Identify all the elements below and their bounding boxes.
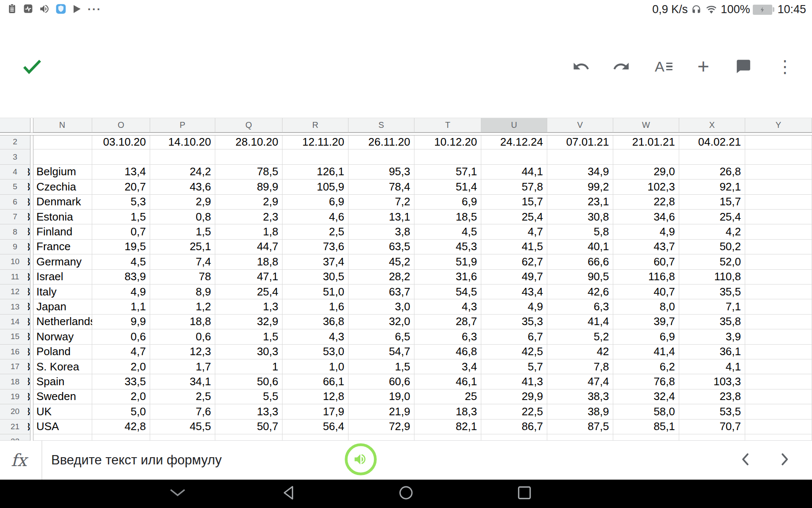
cell[interactable]: Denmark <box>33 195 92 210</box>
cell[interactable]: 50,6 <box>215 374 283 389</box>
cell[interactable]: 1,6 <box>283 299 348 314</box>
column-header-O[interactable]: O <box>92 118 150 133</box>
cell[interactable]: 30,3 <box>215 345 283 359</box>
cell[interactable]: 70,7 <box>679 420 745 434</box>
cell[interactable] <box>215 434 283 441</box>
cell[interactable]: 51,4 <box>414 179 481 194</box>
back-icon[interactable] <box>282 485 295 502</box>
cell[interactable] <box>92 434 150 441</box>
cell[interactable]: 4,5 <box>414 224 481 239</box>
cell[interactable] <box>745 420 812 434</box>
cell[interactable]: 35,3 <box>481 315 547 329</box>
cell[interactable]: 73,6 <box>283 240 348 254</box>
cell[interactable]: 30,8 <box>547 210 613 224</box>
cell[interactable]: 8,9 <box>150 284 215 299</box>
collapse-keyboard-icon[interactable] <box>169 489 186 499</box>
cell[interactable]: 35,8 <box>679 315 745 329</box>
cell[interactable]: S. Korea <box>33 359 92 374</box>
cell[interactable]: 110,8 <box>679 270 745 284</box>
row-header-13[interactable]: 13 <box>0 299 30 314</box>
column-header-N[interactable]: N <box>33 118 92 133</box>
cell[interactable] <box>745 299 812 314</box>
cell[interactable]: 86,7 <box>481 420 547 434</box>
row-header-10[interactable]: 10 <box>0 254 30 269</box>
cell[interactable]: 52,0 <box>679 254 745 269</box>
cell[interactable] <box>547 434 613 441</box>
cell[interactable]: 60,6 <box>348 374 414 389</box>
row-header-6[interactable]: 6 <box>0 195 30 210</box>
cell[interactable]: 28.10.20 <box>215 135 283 149</box>
row-header-19[interactable]: 19 <box>0 389 30 404</box>
row-header-22[interactable]: 22 <box>0 434 30 441</box>
cell[interactable]: 57,1 <box>414 165 481 179</box>
formula-input[interactable]: Введите текст или формулу <box>51 453 222 468</box>
cell[interactable]: 4,6 <box>283 210 348 224</box>
cell[interactable]: 43,6 <box>150 179 215 194</box>
cell[interactable]: 1,5 <box>348 359 414 374</box>
cell[interactable]: 63,5 <box>348 240 414 254</box>
cell[interactable]: 15,7 <box>481 195 547 210</box>
cell[interactable]: 1,8 <box>215 224 283 239</box>
cell[interactable]: 50,2 <box>679 240 745 254</box>
tts-speaker-button[interactable] <box>344 443 377 478</box>
cell[interactable]: 2,3 <box>215 210 283 224</box>
cell[interactable]: 1,5 <box>215 329 283 344</box>
cell[interactable] <box>283 149 348 164</box>
cell[interactable]: 4,9 <box>613 224 679 239</box>
cell[interactable]: 3,9 <box>679 329 745 344</box>
cell[interactable]: 3,8 <box>348 224 414 239</box>
cell[interactable]: 35,5 <box>679 284 745 299</box>
cell[interactable]: 21,9 <box>348 404 414 419</box>
cell[interactable]: 83,9 <box>92 270 150 284</box>
cell[interactable]: 1,7 <box>150 359 215 374</box>
cell[interactable]: 9,9 <box>92 315 150 329</box>
cell[interactable]: 4,5 <box>92 254 150 269</box>
column-header-S[interactable]: S <box>348 118 414 133</box>
cell[interactable]: 32,0 <box>348 315 414 329</box>
recents-icon[interactable] <box>517 486 532 502</box>
row-header-16[interactable]: 16 <box>0 345 30 359</box>
cell[interactable]: 5,8 <box>547 224 613 239</box>
cell[interactable]: 87,5 <box>547 420 613 434</box>
cell[interactable] <box>745 389 812 404</box>
cell[interactable]: 13,4 <box>92 165 150 179</box>
cell[interactable]: 6,9 <box>414 195 481 210</box>
cell[interactable]: 33,5 <box>92 374 150 389</box>
cell[interactable] <box>745 210 812 224</box>
add-icon[interactable]: + <box>697 56 709 77</box>
cell[interactable]: 90,5 <box>547 270 613 284</box>
cell[interactable]: 45,3 <box>414 240 481 254</box>
cell[interactable]: 6,9 <box>613 329 679 344</box>
cell[interactable]: Netherlands <box>33 315 92 329</box>
cell[interactable]: 38,9 <box>547 404 613 419</box>
cell[interactable]: 29,0 <box>613 165 679 179</box>
cell[interactable] <box>745 329 812 344</box>
cell[interactable]: 8,0 <box>613 299 679 314</box>
cell[interactable] <box>92 149 150 164</box>
cell[interactable]: 25,1 <box>150 240 215 254</box>
cell[interactable]: 5,2 <box>547 329 613 344</box>
cell[interactable]: 92,1 <box>679 179 745 194</box>
cell[interactable] <box>613 434 679 441</box>
cell[interactable]: 58,0 <box>613 404 679 419</box>
cell[interactable]: 39,7 <box>613 315 679 329</box>
cell[interactable]: 5,7 <box>481 359 547 374</box>
cell[interactable]: 2,0 <box>92 359 150 374</box>
cell[interactable] <box>745 404 812 419</box>
cell[interactable] <box>348 149 414 164</box>
cell[interactable]: 14.10.20 <box>150 135 215 149</box>
cell[interactable] <box>348 434 414 441</box>
row-header-17[interactable]: 17 <box>0 359 30 374</box>
cell[interactable]: 43,4 <box>481 284 547 299</box>
cell[interactable]: 0,8 <box>150 210 215 224</box>
comment-icon[interactable] <box>735 58 752 75</box>
cell[interactable]: 6,9 <box>283 195 348 210</box>
cell[interactable]: 2,9 <box>215 195 283 210</box>
cell[interactable]: 7,1 <box>679 299 745 314</box>
cell[interactable]: France <box>33 240 92 254</box>
cell[interactable]: 0,6 <box>150 329 215 344</box>
cell[interactable]: 40,1 <box>547 240 613 254</box>
cell[interactable] <box>679 434 745 441</box>
cell[interactable]: 4,7 <box>481 224 547 239</box>
chevron-right-icon[interactable] <box>778 452 791 468</box>
